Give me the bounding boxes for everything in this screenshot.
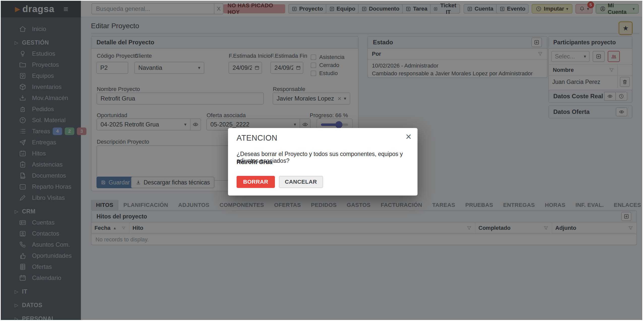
modal-title: ATENCION	[237, 134, 277, 143]
app-window: ▶ dragsa ≡ Inicio ▷GESTIÓN Estudios Proy…	[1, 1, 642, 320]
cancel-button[interactable]: CANCELAR	[279, 176, 323, 188]
modal-project-name: Retrofit Grua	[237, 159, 272, 166]
confirm-delete-modal: ATENCION × ¿Deseas borrar el Proyecto y …	[228, 128, 417, 196]
close-icon[interactable]: ×	[406, 132, 411, 142]
delete-button[interactable]: BORRAR	[237, 176, 275, 188]
modal-actions: BORRAR CANCELAR	[237, 176, 323, 188]
